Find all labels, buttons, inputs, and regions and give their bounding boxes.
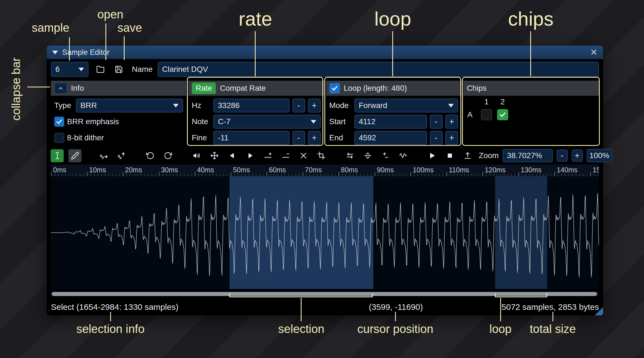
name-label: Name: [132, 65, 153, 74]
waveform-view[interactable]: [51, 176, 599, 289]
chip-column-1: 1: [484, 97, 489, 106]
annotation-rate: rate: [239, 8, 272, 30]
loop-mode-select[interactable]: Forward: [354, 99, 458, 112]
sample-number-select[interactable]: 6: [51, 62, 88, 77]
total-size-text: 5072 samples, 2853 bytes: [502, 302, 599, 312]
play-icon: [428, 151, 436, 160]
resample-button[interactable]: [115, 149, 128, 162]
chip-2-checkbox[interactable]: [497, 109, 508, 120]
insert-silence-button[interactable]: [261, 149, 274, 162]
preview-button[interactable]: [425, 149, 438, 162]
waveform-scrollbar[interactable]: [51, 291, 599, 296]
delete-button[interactable]: [297, 149, 310, 162]
open-button[interactable]: [93, 62, 107, 76]
annotation-chips: chips: [508, 8, 553, 30]
plus-minus-icon: [381, 151, 390, 160]
check-icon: [56, 118, 63, 125]
sine-wave-icon: [399, 151, 408, 160]
timeline-label: 120ms: [485, 166, 505, 174]
timeline-label: 40ms: [197, 166, 214, 174]
type-select[interactable]: BRR: [76, 99, 183, 112]
loop-start-input[interactable]: [354, 115, 427, 129]
hz-minus-button[interactable]: -: [292, 99, 305, 112]
titlebar[interactable]: Sample Editor ✕: [47, 46, 603, 59]
x-icon: [299, 151, 308, 160]
stop-preview-button[interactable]: [443, 149, 456, 162]
sign-invert-button[interactable]: [379, 149, 392, 162]
annotation-sample: sample: [32, 21, 69, 35]
chevron-up-icon: [57, 85, 64, 92]
undo-button[interactable]: [144, 149, 157, 162]
brr-emphasis-checkbox[interactable]: [54, 117, 64, 127]
annotation-collapse-bar: collapse bar: [9, 54, 23, 124]
collapse-window-icon[interactable]: [52, 51, 58, 54]
timeline-label: 70ms: [305, 166, 322, 174]
reverse-button[interactable]: [343, 149, 356, 162]
draw-tool-button[interactable]: [68, 149, 82, 162]
chevron-down-icon: [78, 68, 84, 71]
loop-start-plus-button[interactable]: +: [445, 115, 458, 129]
timeline-label: 50ms: [233, 166, 250, 174]
fade-in-button[interactable]: [226, 149, 239, 162]
fine-input[interactable]: [213, 131, 289, 145]
note-value: C-7: [218, 117, 230, 126]
status-bar: Select (1654-2984: 1330 samples) (3599, …: [51, 302, 599, 313]
rate-badge[interactable]: Rate: [192, 82, 216, 94]
flip-vertical-icon: [364, 151, 372, 160]
pencil-icon: [71, 151, 79, 160]
line-minus-icon: [282, 151, 290, 160]
select-tool-button[interactable]: [51, 149, 64, 162]
timeline-label: 100ms: [413, 166, 434, 174]
zoom-out-button[interactable]: -: [557, 149, 568, 162]
zoom-in-button[interactable]: +: [572, 149, 583, 162]
dither-checkbox[interactable]: [54, 133, 64, 143]
invert-button[interactable]: [361, 149, 374, 162]
timeline-ruler[interactable]: 0ms10ms20ms30ms40ms50ms60ms70ms80ms90ms1…: [51, 165, 599, 176]
hz-input[interactable]: [213, 99, 289, 112]
timeline-label: 150ms: [593, 166, 599, 174]
zoom-input[interactable]: [503, 149, 553, 162]
normalize-button[interactable]: [208, 149, 221, 162]
fine-minus-button[interactable]: -: [292, 131, 305, 145]
dither-label: 8-bit dither: [67, 133, 104, 142]
chip-1-checkbox[interactable]: [481, 109, 492, 120]
sample-number-value: 6: [55, 65, 60, 74]
name-input[interactable]: [158, 62, 599, 77]
loop-end-input[interactable]: [354, 131, 427, 145]
create-wavetable-button[interactable]: [461, 149, 474, 162]
timeline-label: 110ms: [449, 166, 469, 174]
collapse-bar-button[interactable]: [54, 83, 67, 94]
annotation-selection-info: selection info: [76, 322, 144, 336]
loop-enable-checkbox[interactable]: [329, 83, 340, 94]
filter-button[interactable]: [397, 149, 410, 162]
rate-section-header: Rate Compat Rate: [188, 81, 324, 96]
loop-start-label: Start: [329, 117, 352, 126]
loop-section-header: Loop (length: 480): [326, 81, 462, 96]
note-label: Note: [192, 117, 211, 126]
loop-section: Loop (length: 480) Mode Forward Start - …: [326, 81, 462, 145]
fade-out-button[interactable]: [243, 149, 256, 162]
resize-button[interactable]: [97, 149, 110, 162]
check-icon: [499, 111, 506, 118]
fine-plus-button[interactable]: +: [308, 131, 321, 145]
amplify-button[interactable]: [190, 149, 203, 162]
fine-label: Fine: [192, 133, 211, 142]
hz-plus-button[interactable]: +: [308, 99, 321, 112]
redo-button[interactable]: [161, 149, 174, 162]
cursor-position-text: (3599, -11690): [369, 302, 423, 312]
sections-row: Info Type BRR BRR emphasis: [51, 81, 599, 145]
trim-button[interactable]: [315, 149, 328, 162]
arrows-left-right-icon: [346, 151, 354, 160]
loop-start-minus-button[interactable]: -: [430, 115, 443, 129]
save-button[interactable]: [112, 62, 126, 76]
scrollbar-thumb[interactable]: [52, 292, 597, 296]
note-select[interactable]: C-7: [213, 115, 320, 129]
zoom-label: Zoom: [479, 151, 499, 160]
loop-end-minus-button[interactable]: -: [430, 131, 443, 145]
zoom-reset-button[interactable]: 100%: [587, 149, 612, 162]
loop-end-plus-button[interactable]: +: [445, 131, 458, 145]
close-button[interactable]: ✕: [590, 48, 598, 57]
apply-silence-button[interactable]: [279, 149, 292, 162]
loop-end-label: End: [329, 133, 352, 142]
type-value: BRR: [80, 101, 97, 110]
